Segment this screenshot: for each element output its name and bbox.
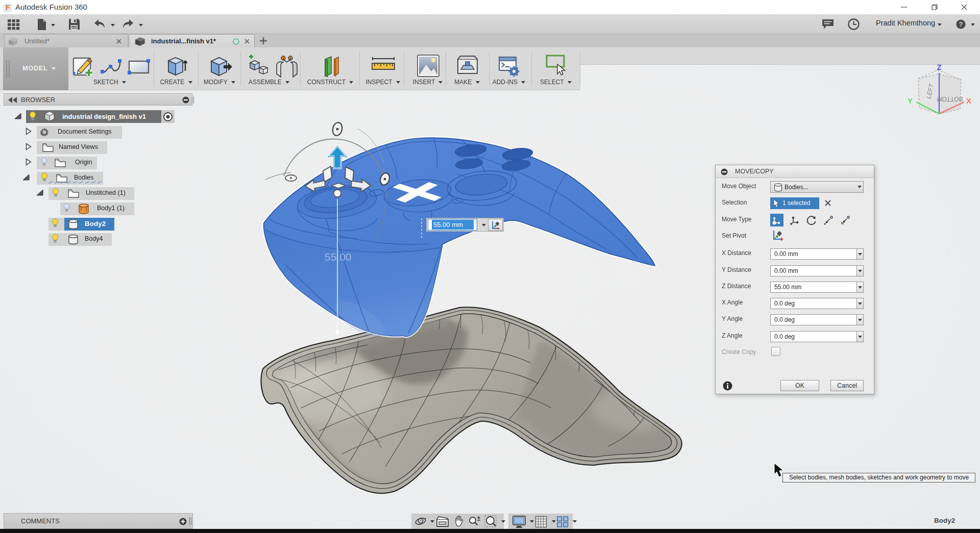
svg-text:Y: Y xyxy=(908,96,913,105)
svg-text:X: X xyxy=(966,96,971,105)
svg-text:55.00: 55.00 xyxy=(325,251,352,263)
svg-text:?: ? xyxy=(959,21,963,28)
svg-text:BOTTOM: BOTTOM xyxy=(937,95,963,103)
